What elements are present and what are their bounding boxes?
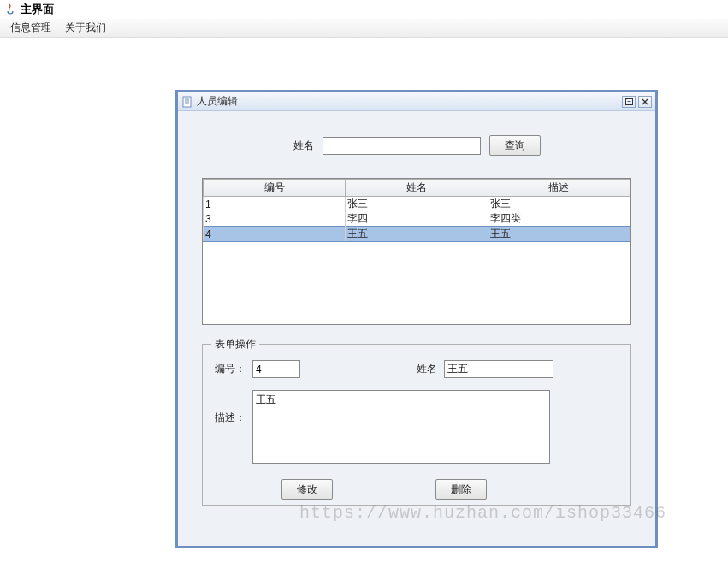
form-button-row: 修改 删除 <box>215 472 619 501</box>
java-icon <box>3 3 17 16</box>
table-cell-id[interactable]: 1 <box>204 197 346 212</box>
main-window-titlebar: 主界面 <box>0 0 728 19</box>
results-table[interactable]: 编号 姓名 描述 1张三张三3李四李四类4王五王五 <box>202 178 631 325</box>
form-name-input[interactable] <box>444 360 553 378</box>
table-row[interactable]: 3李四李四类 <box>204 211 630 227</box>
modify-button[interactable]: 修改 <box>281 479 333 500</box>
search-name-input[interactable] <box>323 137 481 155</box>
person-edit-dialog: 人员编辑 姓名 查询 编号 姓名 描述 1张 <box>175 90 658 548</box>
menu-info-management[interactable]: 信息管理 <box>3 19 58 37</box>
table-cell-desc[interactable]: 张三 <box>488 197 630 212</box>
delete-button[interactable]: 删除 <box>435 479 487 500</box>
form-desc-textarea[interactable] <box>252 390 550 464</box>
svg-rect-5 <box>627 101 630 102</box>
table-row[interactable]: 4王五王五 <box>204 227 630 242</box>
table-cell-desc[interactable]: 王五 <box>488 227 630 242</box>
table-cell-name[interactable]: 张三 <box>346 197 488 212</box>
table-row[interactable]: 1张三张三 <box>204 197 630 212</box>
form-id-label: 编号： <box>215 362 246 376</box>
document-icon <box>181 96 193 108</box>
menubar: 信息管理 关于我们 <box>0 19 728 38</box>
dialog-titlebar[interactable]: 人员编辑 <box>178 92 655 111</box>
svg-rect-4 <box>625 98 632 104</box>
search-name-label: 姓名 <box>293 139 314 153</box>
form-name-label: 姓名 <box>417 362 437 376</box>
table-cell-id[interactable]: 3 <box>204 211 346 227</box>
close-button[interactable] <box>638 96 652 108</box>
form-row-desc: 描述： <box>215 390 619 464</box>
table-cell-desc[interactable]: 李四类 <box>488 211 630 227</box>
form-legend: 表单操作 <box>211 337 259 352</box>
form-row-id-name: 编号： 姓名 <box>215 360 619 378</box>
menu-about-us[interactable]: 关于我们 <box>58 19 113 37</box>
table-cell-name[interactable]: 王五 <box>346 227 488 242</box>
form-desc-label: 描述： <box>215 390 246 425</box>
query-button[interactable]: 查询 <box>489 135 541 156</box>
table-cell-name[interactable]: 李四 <box>346 211 488 227</box>
search-row: 姓名 查询 <box>202 135 631 156</box>
form-operations-panel: 表单操作 编号： 姓名 描述： 修改 删除 <box>202 344 631 506</box>
dialog-content: 姓名 查询 编号 姓名 描述 1张三张三3李四李四类4王五王五 表单操作 <box>178 111 655 514</box>
col-id[interactable]: 编号 <box>204 180 346 197</box>
col-name[interactable]: 姓名 <box>346 180 488 197</box>
table-cell-id[interactable]: 4 <box>204 227 346 242</box>
maximize-button[interactable] <box>622 96 636 108</box>
svg-rect-0 <box>183 97 191 107</box>
form-id-input[interactable] <box>252 360 300 378</box>
table-header-row: 编号 姓名 描述 <box>204 180 630 197</box>
col-desc[interactable]: 描述 <box>488 180 630 197</box>
dialog-title: 人员编辑 <box>197 94 619 109</box>
main-window-title: 主界面 <box>21 2 54 17</box>
